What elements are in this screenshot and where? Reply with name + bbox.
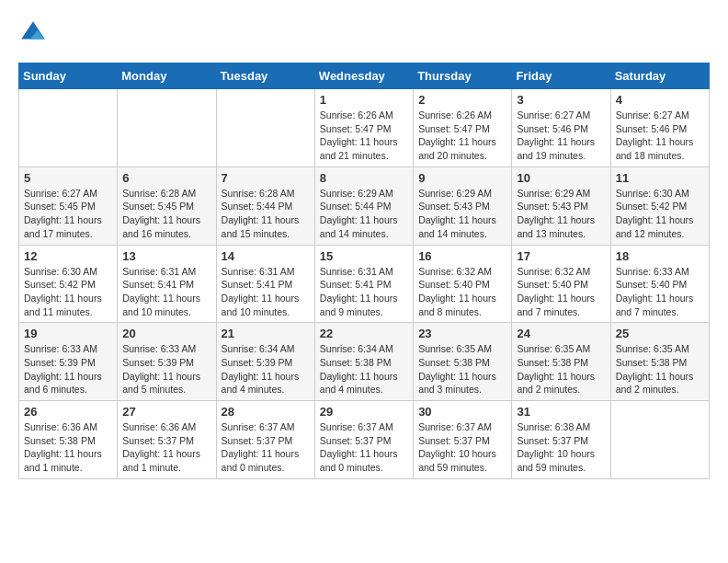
day-number: 19 (24, 327, 112, 340)
calendar-cell: 1Sunrise: 6:26 AM Sunset: 5:47 PM Daylig… (314, 89, 413, 167)
day-of-week-header: Saturday (610, 63, 709, 89)
calendar-cell: 29Sunrise: 6:37 AM Sunset: 5:37 PM Dayli… (314, 401, 413, 479)
day-number: 3 (517, 93, 605, 107)
calendar-cell: 23Sunrise: 6:35 AM Sunset: 5:38 PM Dayli… (414, 323, 512, 401)
logo (18, 18, 51, 48)
day-number: 8 (320, 171, 408, 185)
calendar-cell: 4Sunrise: 6:27 AM Sunset: 5:46 PM Daylig… (610, 89, 709, 167)
day-info: Sunrise: 6:29 AM Sunset: 5:44 PM Dayligh… (320, 187, 408, 241)
calendar-cell: 21Sunrise: 6:34 AM Sunset: 5:39 PM Dayli… (216, 323, 314, 401)
calendar-cell: 25Sunrise: 6:35 AM Sunset: 5:38 PM Dayli… (610, 323, 709, 401)
day-number: 4 (616, 93, 704, 107)
day-number: 21 (222, 327, 310, 340)
calendar-cell: 13Sunrise: 6:31 AM Sunset: 5:41 PM Dayli… (118, 245, 216, 323)
day-info: Sunrise: 6:33 AM Sunset: 5:40 PM Dayligh… (616, 265, 704, 319)
calendar-cell (118, 89, 216, 167)
day-number: 16 (418, 249, 506, 263)
header-row: SundayMondayTuesdayWednesdayThursdayFrid… (19, 63, 710, 89)
day-info: Sunrise: 6:35 AM Sunset: 5:38 PM Dayligh… (517, 342, 605, 396)
day-number: 17 (517, 249, 605, 263)
calendar-cell (19, 89, 118, 167)
day-info: Sunrise: 6:35 AM Sunset: 5:38 PM Dayligh… (616, 342, 704, 396)
calendar-cell: 24Sunrise: 6:35 AM Sunset: 5:38 PM Dayli… (512, 323, 610, 401)
calendar-cell: 9Sunrise: 6:29 AM Sunset: 5:43 PM Daylig… (414, 167, 512, 245)
day-info: Sunrise: 6:29 AM Sunset: 5:43 PM Dayligh… (517, 187, 605, 241)
day-number: 24 (517, 327, 605, 340)
calendar-cell (216, 89, 314, 167)
day-number: 18 (616, 249, 704, 263)
day-of-week-header: Monday (118, 63, 216, 89)
day-info: Sunrise: 6:27 AM Sunset: 5:46 PM Dayligh… (616, 109, 704, 163)
day-number: 23 (418, 327, 506, 340)
calendar-cell: 22Sunrise: 6:34 AM Sunset: 5:38 PM Dayli… (314, 323, 413, 401)
calendar-cell: 31Sunrise: 6:38 AM Sunset: 5:37 PM Dayli… (512, 401, 610, 479)
day-info: Sunrise: 6:32 AM Sunset: 5:40 PM Dayligh… (418, 265, 506, 319)
day-info: Sunrise: 6:36 AM Sunset: 5:37 PM Dayligh… (122, 420, 210, 475)
day-info: Sunrise: 6:37 AM Sunset: 5:37 PM Dayligh… (418, 420, 506, 475)
calendar-cell: 7Sunrise: 6:28 AM Sunset: 5:44 PM Daylig… (216, 167, 314, 245)
day-info: Sunrise: 6:31 AM Sunset: 5:41 PM Dayligh… (222, 265, 310, 319)
calendar-cell: 5Sunrise: 6:27 AM Sunset: 5:45 PM Daylig… (19, 167, 118, 245)
calendar-cell: 11Sunrise: 6:30 AM Sunset: 5:42 PM Dayli… (610, 167, 709, 245)
day-of-week-header: Wednesday (314, 63, 413, 89)
calendar-week-row: 19Sunrise: 6:33 AM Sunset: 5:39 PM Dayli… (19, 323, 710, 401)
calendar-cell: 12Sunrise: 6:30 AM Sunset: 5:42 PM Dayli… (19, 245, 118, 323)
calendar-cell: 3Sunrise: 6:27 AM Sunset: 5:46 PM Daylig… (512, 89, 610, 167)
day-info: Sunrise: 6:27 AM Sunset: 5:45 PM Dayligh… (24, 187, 112, 241)
calendar-cell: 10Sunrise: 6:29 AM Sunset: 5:43 PM Dayli… (512, 167, 610, 245)
day-info: Sunrise: 6:28 AM Sunset: 5:44 PM Dayligh… (222, 187, 310, 241)
day-number: 7 (222, 171, 310, 185)
calendar-cell: 19Sunrise: 6:33 AM Sunset: 5:39 PM Dayli… (19, 323, 118, 401)
day-number: 1 (320, 93, 408, 107)
calendar-cell: 30Sunrise: 6:37 AM Sunset: 5:37 PM Dayli… (414, 401, 512, 479)
day-number: 20 (122, 327, 210, 340)
day-number: 30 (418, 405, 506, 419)
day-number: 2 (418, 93, 506, 107)
calendar-cell: 2Sunrise: 6:26 AM Sunset: 5:47 PM Daylig… (414, 89, 512, 167)
day-info: Sunrise: 6:27 AM Sunset: 5:46 PM Dayligh… (517, 109, 605, 163)
day-number: 9 (418, 171, 506, 185)
day-number: 14 (222, 249, 310, 263)
day-info: Sunrise: 6:26 AM Sunset: 5:47 PM Dayligh… (320, 109, 408, 163)
day-number: 26 (24, 405, 112, 419)
day-number: 11 (616, 171, 704, 185)
calendar-cell: 6Sunrise: 6:28 AM Sunset: 5:45 PM Daylig… (118, 167, 216, 245)
day-info: Sunrise: 6:28 AM Sunset: 5:45 PM Dayligh… (122, 187, 210, 241)
day-info: Sunrise: 6:31 AM Sunset: 5:41 PM Dayligh… (320, 265, 408, 319)
day-of-week-header: Friday (512, 63, 610, 89)
calendar-week-row: 5Sunrise: 6:27 AM Sunset: 5:45 PM Daylig… (19, 167, 710, 245)
day-of-week-header: Sunday (19, 63, 118, 89)
day-info: Sunrise: 6:33 AM Sunset: 5:39 PM Dayligh… (24, 342, 112, 396)
calendar-week-row: 1Sunrise: 6:26 AM Sunset: 5:47 PM Daylig… (19, 89, 710, 167)
day-info: Sunrise: 6:36 AM Sunset: 5:38 PM Dayligh… (24, 420, 112, 475)
calendar-cell: 18Sunrise: 6:33 AM Sunset: 5:40 PM Dayli… (610, 245, 709, 323)
calendar-week-row: 26Sunrise: 6:36 AM Sunset: 5:38 PM Dayli… (19, 401, 710, 479)
day-info: Sunrise: 6:34 AM Sunset: 5:39 PM Dayligh… (222, 342, 310, 396)
calendar-cell: 14Sunrise: 6:31 AM Sunset: 5:41 PM Dayli… (216, 245, 314, 323)
day-of-week-header: Thursday (414, 63, 512, 89)
day-info: Sunrise: 6:30 AM Sunset: 5:42 PM Dayligh… (24, 265, 112, 319)
day-number: 29 (320, 405, 408, 419)
day-info: Sunrise: 6:32 AM Sunset: 5:40 PM Dayligh… (517, 265, 605, 319)
day-number: 25 (616, 327, 704, 340)
day-number: 6 (122, 171, 210, 185)
calendar-body: 1Sunrise: 6:26 AM Sunset: 5:47 PM Daylig… (19, 89, 710, 479)
day-info: Sunrise: 6:37 AM Sunset: 5:37 PM Dayligh… (320, 420, 408, 475)
day-info: Sunrise: 6:33 AM Sunset: 5:39 PM Dayligh… (122, 342, 210, 396)
day-info: Sunrise: 6:31 AM Sunset: 5:41 PM Dayligh… (122, 265, 210, 319)
calendar-cell (610, 401, 709, 479)
calendar-table: SundayMondayTuesdayWednesdayThursdayFrid… (18, 63, 710, 479)
day-number: 10 (517, 171, 605, 185)
calendar-cell: 17Sunrise: 6:32 AM Sunset: 5:40 PM Dayli… (512, 245, 610, 323)
day-info: Sunrise: 6:34 AM Sunset: 5:38 PM Dayligh… (320, 342, 408, 396)
day-info: Sunrise: 6:35 AM Sunset: 5:38 PM Dayligh… (418, 342, 506, 396)
calendar-cell: 20Sunrise: 6:33 AM Sunset: 5:39 PM Dayli… (118, 323, 216, 401)
day-info: Sunrise: 6:37 AM Sunset: 5:37 PM Dayligh… (222, 420, 310, 475)
day-number: 12 (24, 249, 112, 263)
calendar-cell: 8Sunrise: 6:29 AM Sunset: 5:44 PM Daylig… (314, 167, 413, 245)
calendar-cell: 27Sunrise: 6:36 AM Sunset: 5:37 PM Dayli… (118, 401, 216, 479)
calendar-cell: 28Sunrise: 6:37 AM Sunset: 5:37 PM Dayli… (216, 401, 314, 479)
day-number: 5 (24, 171, 112, 185)
day-info: Sunrise: 6:29 AM Sunset: 5:43 PM Dayligh… (418, 187, 506, 241)
day-info: Sunrise: 6:30 AM Sunset: 5:42 PM Dayligh… (616, 187, 704, 241)
